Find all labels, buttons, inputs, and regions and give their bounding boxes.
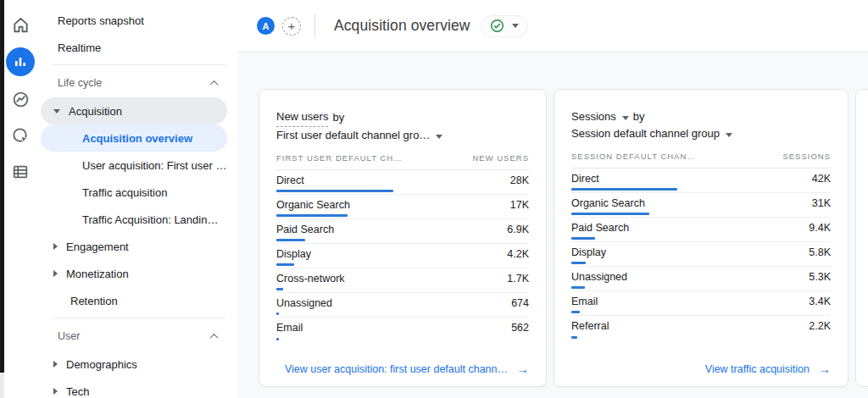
reports-nav-button[interactable]	[6, 47, 35, 76]
sidebar-item-traffic-acquisition-landin[interactable]: Traffic Acquisition: Landin…	[41, 206, 227, 233]
channel-value: 674	[511, 297, 529, 309]
column-header-metric: NEW USERS	[472, 153, 529, 163]
channel-label: Paid Search	[571, 222, 629, 234]
channel-value: 42K	[812, 173, 831, 185]
title-joiner: by	[332, 109, 344, 126]
sidebar-item-acquisition-overview[interactable]: Acquisition overview	[41, 124, 227, 152]
dimension-label: Session default channel group	[571, 125, 720, 142]
channel-row-email: Email3.4K	[571, 291, 831, 316]
channel-row-display: Display5.8K	[571, 242, 831, 267]
channel-bar	[571, 237, 595, 240]
channel-value: 5.3K	[809, 271, 831, 283]
sidebar-item-tech[interactable]: Tech	[41, 378, 227, 398]
channel-row-paid-search: Paid Search9.4K	[571, 218, 831, 242]
page-title: Acquisition overview	[334, 17, 470, 35]
channel-label: Paid Search	[276, 224, 334, 235]
channel-bar	[571, 262, 586, 264]
sidebar-section-user[interactable]: User	[41, 322, 237, 351]
channel-bar	[276, 263, 294, 266]
channel-label: Display	[571, 246, 606, 258]
sidebar-item-realtime[interactable]: Realtime	[41, 34, 227, 61]
chevron-up-icon	[210, 333, 219, 341]
channel-value: 31K	[812, 197, 831, 209]
caret-right-icon	[53, 388, 58, 395]
caret-right-icon	[53, 243, 58, 250]
channel-bar	[276, 288, 283, 290]
metric-selector[interactable]: Sessions	[571, 108, 616, 125]
channel-bar	[571, 286, 585, 289]
dimension-label: First user default channel gro…	[276, 127, 430, 144]
explore-nav-button[interactable]	[6, 86, 35, 113]
home-nav-button[interactable]	[6, 11, 35, 38]
chevron-up-icon	[210, 80, 219, 88]
dimension-selector[interactable]: First user default channel gro…	[276, 127, 529, 144]
metric-selector[interactable]: New users	[276, 108, 328, 127]
view-user-acquisition-link[interactable]: View user acquisition: first user defaul…	[285, 362, 529, 375]
column-header-metric: SESSIONS	[782, 152, 831, 161]
title-joiner: by	[633, 108, 645, 125]
column-header-dimension: FIRST USER DEFAULT CH…	[276, 153, 403, 163]
channel-label: Display	[276, 248, 311, 260]
channel-value: 28K	[510, 174, 529, 186]
sidebar-item-traffic-acquisition[interactable]: Traffic acquisition	[41, 179, 227, 206]
channel-value: 6.9K	[507, 224, 529, 235]
ads-click-icon	[11, 126, 31, 146]
header-divider	[314, 14, 315, 38]
channel-label: Unassigned	[276, 297, 332, 309]
link-label: View user acquisition: first user defaul…	[285, 363, 508, 375]
channel-label: Email	[276, 322, 303, 334]
add-comparison-button[interactable]: +	[282, 17, 301, 36]
caret-down-icon	[53, 109, 60, 113]
advertising-nav-button[interactable]	[6, 122, 35, 149]
channel-bar	[276, 338, 279, 340]
channel-value: 9.4K	[809, 222, 831, 234]
channel-bar	[276, 214, 348, 217]
sidebar-item-demographics[interactable]: Demographics	[41, 351, 227, 378]
channel-value: 3.4K	[809, 296, 831, 307]
caret-down-icon	[622, 116, 629, 120]
caret-right-icon	[53, 270, 58, 277]
channel-bar	[276, 239, 305, 241]
explore-icon	[11, 90, 31, 109]
cards-area: New users by First user default channel …	[237, 53, 868, 387]
sidebar-item-monetization[interactable]: Monetization	[41, 260, 227, 287]
channel-label: Direct	[571, 173, 599, 185]
caret-down-icon	[436, 135, 442, 139]
sessions-card: Sessions by Session default channel grou…	[554, 89, 849, 387]
channel-table: Direct42KOrganic Search31KPaid Search9.4…	[571, 169, 831, 340]
channel-value: 562	[511, 322, 529, 334]
caret-right-icon	[53, 361, 58, 368]
sidebar-item-retention[interactable]: Retention	[41, 287, 227, 314]
channel-label: Cross-network	[276, 273, 345, 285]
table-header: FIRST USER DEFAULT CH… NEW USERS	[276, 153, 529, 170]
channel-label: Organic Search	[276, 199, 350, 211]
channel-row-organic-search: Organic Search31K	[571, 193, 831, 218]
channel-row-paid-search: Paid Search6.9K	[276, 219, 529, 244]
channel-row-email: Email562	[276, 318, 529, 342]
library-nav-button[interactable]	[6, 158, 35, 185]
channel-bar	[276, 190, 393, 192]
view-traffic-acquisition-link[interactable]: View traffic acquisition →	[705, 362, 831, 375]
channel-bar	[571, 336, 577, 339]
card-title: New users by	[276, 108, 529, 127]
next-card-edge	[855, 89, 868, 387]
arrow-right-icon: →	[818, 362, 831, 375]
comparison-avatar[interactable]: A	[257, 17, 275, 35]
home-icon	[11, 15, 31, 35]
channel-bar	[571, 213, 649, 215]
sidebar-item-user-acquisition-first-user[interactable]: User acquisition: First user …	[41, 152, 227, 179]
sidebar-item-engagement[interactable]: Engagement	[41, 233, 227, 260]
sidebar-divider	[53, 318, 225, 318]
sidebar-section-life-cycle[interactable]: Life cycle	[41, 69, 237, 97]
chevron-down-icon	[512, 24, 519, 28]
sidebar-item-reports-snapshot[interactable]: Reports snapshot	[41, 7, 227, 34]
new-users-card: New users by First user default channel …	[259, 89, 547, 387]
report-status-dropdown[interactable]	[481, 15, 528, 37]
link-label: View traffic acquisition	[705, 363, 810, 375]
window-edge-bottom	[0, 373, 4, 398]
report-header: A + Acquisition overview	[237, 0, 868, 53]
dimension-selector[interactable]: Session default channel group	[571, 125, 831, 142]
sidebar-item-acquisition[interactable]: Acquisition	[41, 97, 227, 124]
nav-rail	[0, 0, 41, 398]
library-icon	[11, 163, 30, 181]
